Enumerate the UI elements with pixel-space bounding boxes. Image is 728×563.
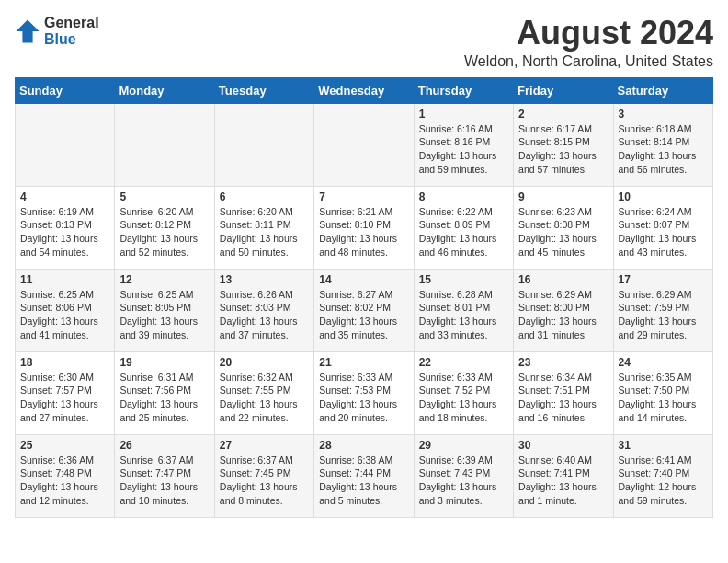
sunset-text: Sunset: 7:47 PM [119,466,209,480]
daylight-text: Daylight: 13 hours and 54 minutes. [20,232,109,259]
daylight-text: Daylight: 13 hours and 46 minutes. [419,232,508,259]
daylight-text: Daylight: 13 hours and 31 minutes. [518,315,608,341]
calendar-week-row: 18Sunrise: 6:30 AMSunset: 7:57 PMDayligh… [16,351,713,434]
daylight-text: Daylight: 13 hours and 12 minutes. [20,480,109,507]
sunset-text: Sunset: 8:15 PM [518,135,608,149]
day-number: 19 [119,356,209,369]
calendar-cell [16,103,115,186]
sunset-text: Sunset: 7:41 PM [518,466,608,480]
sunset-text: Sunset: 8:01 PM [419,301,508,315]
sunrise-text: Sunrise: 6:19 AM [20,205,109,219]
day-number: 2 [518,108,608,121]
calendar-cell [214,103,313,186]
calendar-cell: 25Sunrise: 6:36 AMSunset: 7:48 PMDayligh… [16,434,115,517]
sunrise-text: Sunrise: 6:26 AM [220,288,309,302]
day-number: 30 [518,439,608,452]
logo-blue: Blue [44,31,99,48]
calendar-cell: 23Sunrise: 6:34 AMSunset: 7:51 PMDayligh… [514,351,613,434]
calendar-cell [115,103,214,186]
sunset-text: Sunset: 8:09 PM [419,218,508,232]
daylight-text: Daylight: 13 hours and 8 minutes. [220,480,309,507]
sunset-text: Sunset: 8:12 PM [119,218,209,232]
daylight-text: Daylight: 13 hours and 25 minutes. [119,397,209,424]
title-area: August 2024 Weldon, North Carolina, Unit… [464,15,713,70]
day-number: 9 [518,190,608,203]
daylight-text: Daylight: 13 hours and 50 minutes. [220,232,309,259]
calendar-cell: 4Sunrise: 6:19 AMSunset: 8:13 PMDaylight… [16,186,115,269]
day-number: 18 [20,356,109,369]
calendar-cell: 15Sunrise: 6:28 AMSunset: 8:01 PMDayligh… [414,269,513,351]
sunset-text: Sunset: 8:08 PM [518,218,608,232]
sunrise-text: Sunrise: 6:17 AM [518,122,608,136]
daylight-text: Daylight: 13 hours and 45 minutes. [518,232,608,259]
daylight-text: Daylight: 13 hours and 16 minutes. [518,397,608,424]
logo-icon [15,18,40,44]
day-number: 15 [419,273,508,286]
header-day-monday: Monday [115,77,214,103]
calendar-cell: 19Sunrise: 6:31 AMSunset: 7:56 PMDayligh… [115,351,214,434]
calendar-cell: 18Sunrise: 6:30 AMSunset: 7:57 PMDayligh… [16,351,115,434]
svg-marker-0 [16,19,39,42]
day-number: 7 [319,190,408,203]
daylight-text: Daylight: 13 hours and 14 minutes. [619,397,708,424]
day-number: 14 [319,273,408,286]
calendar-cell: 31Sunrise: 6:41 AMSunset: 7:40 PMDayligh… [613,434,712,517]
day-number: 3 [619,108,708,121]
daylight-text: Daylight: 13 hours and 41 minutes. [20,315,109,341]
calendar-cell: 16Sunrise: 6:29 AMSunset: 8:00 PMDayligh… [514,269,613,351]
calendar-cell: 17Sunrise: 6:29 AMSunset: 7:59 PMDayligh… [613,269,712,351]
logo: General Blue [15,15,99,47]
calendar-cell: 1Sunrise: 6:16 AMSunset: 8:16 PMDaylight… [414,103,513,186]
sunset-text: Sunset: 8:10 PM [319,218,408,232]
calendar-cell: 11Sunrise: 6:25 AMSunset: 8:06 PMDayligh… [16,269,115,351]
calendar-cell: 10Sunrise: 6:24 AMSunset: 8:07 PMDayligh… [613,186,712,269]
daylight-text: Daylight: 13 hours and 3 minutes. [419,480,508,507]
daylight-text: Daylight: 13 hours and 5 minutes. [319,480,408,507]
day-number: 13 [220,273,309,286]
sunrise-text: Sunrise: 6:24 AM [619,205,708,219]
sunrise-text: Sunrise: 6:22 AM [419,205,508,219]
sunset-text: Sunset: 8:11 PM [220,218,309,232]
calendar-week-row: 4Sunrise: 6:19 AMSunset: 8:13 PMDaylight… [16,186,713,269]
sunrise-text: Sunrise: 6:25 AM [119,288,209,302]
sunset-text: Sunset: 8:06 PM [20,301,109,315]
sunrise-text: Sunrise: 6:27 AM [319,288,408,302]
calendar-cell: 22Sunrise: 6:33 AMSunset: 7:52 PMDayligh… [414,351,513,434]
day-number: 17 [619,273,708,286]
sunset-text: Sunset: 7:59 PM [619,301,708,315]
day-number: 6 [220,190,309,203]
header-day-sunday: Sunday [16,77,115,103]
calendar-cell: 9Sunrise: 6:23 AMSunset: 8:08 PMDaylight… [514,186,613,269]
sunset-text: Sunset: 8:00 PM [518,301,608,315]
sunset-text: Sunset: 7:40 PM [619,466,708,480]
calendar-cell: 28Sunrise: 6:38 AMSunset: 7:44 PMDayligh… [314,434,414,517]
day-number: 31 [619,439,708,452]
location-title: Weldon, North Carolina, United States [464,53,713,70]
sunset-text: Sunset: 7:45 PM [220,466,309,480]
day-number: 29 [419,439,508,452]
calendar-cell [314,103,414,186]
day-number: 25 [20,439,109,452]
calendar-week-row: 11Sunrise: 6:25 AMSunset: 8:06 PMDayligh… [16,269,713,351]
daylight-text: Daylight: 13 hours and 43 minutes. [619,232,708,259]
sunset-text: Sunset: 7:52 PM [419,384,508,397]
calendar-cell: 7Sunrise: 6:21 AMSunset: 8:10 PMDaylight… [314,186,414,269]
calendar-cell: 21Sunrise: 6:33 AMSunset: 7:53 PMDayligh… [314,351,414,434]
sunrise-text: Sunrise: 6:33 AM [319,371,408,385]
calendar-header-row: SundayMondayTuesdayWednesdayThursdayFrid… [16,77,713,103]
daylight-text: Daylight: 13 hours and 29 minutes. [619,315,708,341]
sunset-text: Sunset: 7:44 PM [319,466,408,480]
day-number: 24 [619,356,708,369]
sunrise-text: Sunrise: 6:29 AM [518,288,608,302]
sunrise-text: Sunrise: 6:36 AM [20,454,109,467]
sunrise-text: Sunrise: 6:16 AM [419,122,508,136]
calendar-cell: 27Sunrise: 6:37 AMSunset: 7:45 PMDayligh… [214,434,313,517]
calendar-cell: 29Sunrise: 6:39 AMSunset: 7:43 PMDayligh… [414,434,513,517]
sunset-text: Sunset: 8:14 PM [619,135,708,149]
calendar-cell: 26Sunrise: 6:37 AMSunset: 7:47 PMDayligh… [115,434,214,517]
sunset-text: Sunset: 7:57 PM [20,384,109,397]
sunset-text: Sunset: 7:51 PM [518,384,608,397]
sunrise-text: Sunrise: 6:21 AM [319,205,408,219]
sunrise-text: Sunrise: 6:30 AM [20,371,109,385]
sunrise-text: Sunrise: 6:41 AM [619,454,708,467]
